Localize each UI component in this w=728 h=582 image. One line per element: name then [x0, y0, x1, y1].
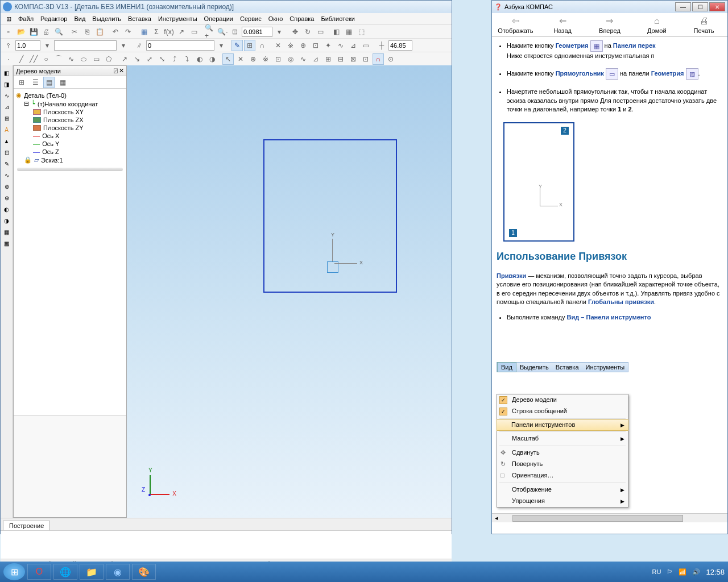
zoomout-icon[interactable]: 🔍- — [217, 26, 228, 38]
coord-icon[interactable]: ┼ — [376, 40, 387, 51]
undo-icon[interactable]: ↶ — [110, 26, 121, 38]
ellipse-icon[interactable]: ⬭ — [78, 53, 89, 65]
task-paint[interactable]: 🎨 — [132, 564, 156, 580]
tree-btn-1[interactable]: ⊞ — [16, 77, 27, 88]
help-forward-button[interactable]: ⇒Вперед — [586, 13, 634, 36]
ctx-item-simplify[interactable]: Упрощения▶ — [497, 496, 628, 507]
menu-service[interactable]: Сервис — [238, 14, 264, 23]
zoomfit-icon[interactable]: ⊡ — [229, 26, 241, 38]
arrow-icon[interactable]: ↗ — [176, 26, 187, 38]
lb-9[interactable]: ✎ — [2, 159, 12, 169]
ctx-tab-insert[interactable]: Вставка — [552, 363, 582, 372]
scroll-thumb[interactable] — [512, 515, 683, 522]
tree-plane-zy[interactable]: Плоскость ZY — [16, 124, 124, 132]
task-chrome[interactable]: 🌐 — [53, 564, 77, 580]
print-icon[interactable]: 🖨 — [40, 26, 52, 38]
lb-2[interactable]: ◨ — [2, 79, 12, 89]
line-icon[interactable]: ╱ — [15, 53, 27, 65]
orient-icon[interactable]: ▭ — [315, 26, 326, 38]
menu-edit[interactable]: Редактор — [38, 14, 69, 23]
ctx-item-orient[interactable]: □Ориентация… — [497, 470, 628, 481]
help-hscrollbar[interactable]: ◂ — [492, 513, 727, 522]
arc-icon[interactable]: ⌒ — [53, 53, 64, 65]
tree-axis-x[interactable]: ––Ось X — [16, 132, 124, 140]
tree-plane-xy[interactable]: Плоскость XY — [16, 108, 124, 116]
ctx-item-display[interactable]: Отображение▶ — [497, 484, 628, 496]
system-tray[interactable]: RU 🏳 📶 🔊 12:58 — [652, 568, 725, 576]
ctx-item-tree[interactable]: ✓Дерево модели — [497, 394, 628, 406]
lb-13[interactable]: ◐ — [2, 204, 12, 214]
ctx-tab-view[interactable]: Вид — [497, 362, 516, 372]
lb-8[interactable]: ⊡ — [2, 147, 12, 157]
magnet-icon[interactable]: ∩ — [257, 40, 268, 51]
menu-file[interactable]: Файл — [16, 14, 36, 23]
cut-icon[interactable]: ✂ — [69, 26, 80, 38]
rect-icon[interactable]: ▭ — [90, 53, 102, 65]
menu-help[interactable]: Справка — [287, 14, 316, 23]
scale-input[interactable] — [15, 40, 40, 51]
task-explorer[interactable]: 📁 — [80, 564, 104, 580]
menu-libs[interactable]: Библиотеки — [318, 14, 357, 23]
help-home-button[interactable]: ⌂Домой — [633, 13, 680, 36]
help-titlebar[interactable]: ❓ Азбука КОМПАС — ☐ ✕ — [492, 1, 727, 13]
lb-7[interactable]: ▲ — [2, 136, 12, 146]
new-icon[interactable]: ▫ — [3, 26, 14, 38]
fx-icon[interactable]: f(x) — [163, 26, 175, 38]
menu-window[interactable]: Окно — [266, 14, 286, 23]
close-button[interactable]: ✕ — [709, 2, 725, 11]
help-content[interactable]: Нажмите кнопку Геометрия ▦ на Панели пер… — [492, 37, 727, 513]
pan-icon[interactable]: ✥ — [289, 26, 301, 38]
props-icon[interactable]: ▦ — [138, 26, 150, 38]
grid-icon[interactable]: ⊞ — [244, 40, 255, 51]
menu-insert[interactable]: Вставка — [126, 14, 154, 23]
t5-icon[interactable]: ✦ — [322, 40, 334, 51]
start-button[interactable]: ⊞ — [3, 563, 25, 580]
ctx-item-rotate[interactable]: ↻Повернуть — [497, 459, 628, 470]
open-icon[interactable]: 📂 — [15, 26, 27, 38]
t6-icon[interactable]: ∿ — [335, 40, 346, 51]
t7-icon[interactable]: ⊿ — [348, 40, 359, 51]
tray-flag-icon[interactable]: 🏳 — [667, 568, 673, 575]
task-opera[interactable]: O — [27, 564, 51, 580]
lb-12[interactable]: ⊛ — [2, 193, 12, 203]
minimize-button[interactable]: — — [675, 2, 691, 11]
shade-icon[interactable]: ▦ — [343, 26, 354, 38]
snap-icon[interactable]: ⫯ — [3, 40, 14, 51]
tray-sound-icon[interactable]: 🔊 — [692, 568, 700, 576]
tree-btn-3[interactable]: ▤ — [43, 77, 55, 88]
tree-btn-4[interactable]: ▦ — [57, 77, 68, 88]
magnet2-icon[interactable]: ∩ — [373, 53, 384, 65]
ctx-tab-select[interactable]: Выделить — [516, 363, 552, 372]
lb-11[interactable]: ⊚ — [2, 181, 12, 192]
menu-select[interactable]: Выделить — [90, 14, 123, 23]
lb-5[interactable]: ⊞ — [2, 113, 12, 123]
hatch-icon[interactable]: ⫽ — [134, 40, 145, 51]
paste-icon[interactable]: 📋 — [94, 26, 105, 38]
menu-view[interactable]: Вид — [72, 14, 88, 23]
spline-icon[interactable]: ∿ — [65, 53, 77, 65]
tree-plane-zx[interactable]: Плоскость ZX — [16, 116, 124, 124]
tree-btn-2[interactable]: ☰ — [30, 77, 41, 88]
ctx-item-scale[interactable]: Масштаб▶ — [497, 433, 628, 444]
task-kompas[interactable]: ◉ — [106, 564, 130, 580]
lb-10[interactable]: ∿ — [2, 170, 12, 180]
zoomin-icon[interactable]: 🔍+ — [204, 26, 216, 38]
t8-icon[interactable]: ▭ — [360, 40, 371, 51]
taskbar[interactable]: ⊞ O 🌐 📁 ◉ 🎨 RU 🏳 📶 🔊 12:58 — [0, 562, 728, 582]
main-titlebar[interactable]: КОМПАС-3D V13 - [Деталь БЕЗ ИМЕНИ1 (озна… — [1, 1, 452, 13]
pin-icon[interactable]: ⍁ — [114, 67, 118, 74]
doc-icon[interactable]: ▭ — [188, 26, 200, 38]
style-input[interactable] — [146, 40, 214, 51]
t1-icon[interactable]: ✕ — [272, 40, 284, 51]
main-menubar[interactable]: ⊞ Файл Редактор Вид Выделить Вставка Инс… — [1, 13, 452, 24]
lb-14[interactable]: ◑ — [2, 215, 12, 226]
canvas[interactable] — [127, 65, 452, 518]
tree-sketch[interactable]: 🔒▱Эскиз:1 — [16, 156, 124, 164]
tree-axis-y[interactable]: ––Ось Y — [16, 140, 124, 148]
t4-icon[interactable]: ⊡ — [310, 40, 321, 51]
zoom-input[interactable] — [242, 27, 272, 37]
redo-icon[interactable]: ↷ — [122, 26, 134, 38]
tree-body[interactable]: ◉Деталь (Тел-0) ⊟┕(т)Начало координат Пл… — [14, 89, 126, 415]
ctx-item-status[interactable]: ✓Строка сообщений — [497, 406, 628, 417]
lb-4[interactable]: ⊿ — [2, 102, 12, 112]
